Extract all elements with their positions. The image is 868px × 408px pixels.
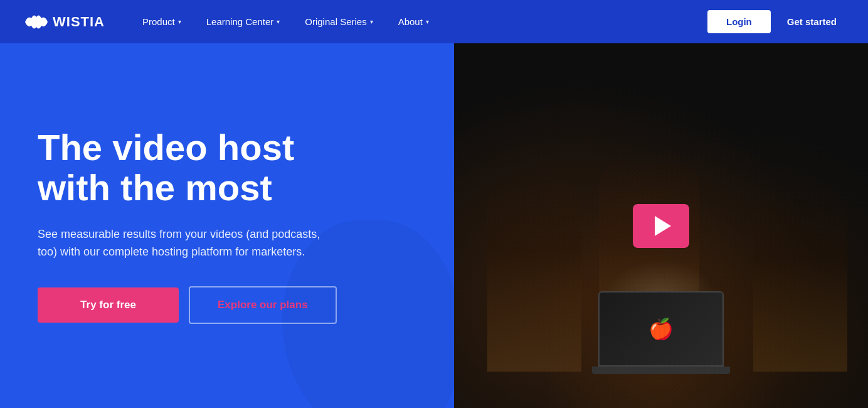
- try-for-free-button[interactable]: Try for free: [38, 287, 179, 323]
- nav-item-about[interactable]: About ▾: [386, 0, 442, 43]
- chevron-down-icon: ▾: [426, 18, 429, 25]
- play-button[interactable]: [633, 204, 689, 248]
- navbar: WISTIA Product ▾ Learning Center ▾ Origi…: [0, 0, 868, 43]
- video-container: 🍎: [454, 43, 868, 408]
- hero-buttons: Try for free Explore our plans: [38, 286, 339, 324]
- explore-plans-button[interactable]: Explore our plans: [189, 286, 337, 324]
- nav-item-learning-center[interactable]: Learning Center ▾: [194, 0, 293, 43]
- hero-content: The video host with the most See measura…: [0, 127, 376, 324]
- chevron-down-icon: ▾: [277, 18, 280, 25]
- get-started-button[interactable]: Get started: [781, 11, 843, 32]
- nav-links: Product ▾ Learning Center ▾ Original Ser…: [130, 0, 707, 43]
- login-button[interactable]: Login: [707, 10, 771, 33]
- wistia-logo-icon: [25, 13, 48, 31]
- play-button-overlay: [633, 204, 689, 248]
- nav-item-product[interactable]: Product ▾: [130, 0, 194, 43]
- nav-item-original-series[interactable]: Original Series ▾: [292, 0, 385, 43]
- hero-title: The video host with the most: [38, 127, 339, 208]
- hero-section: The video host with the most See measura…: [0, 43, 868, 408]
- logo-text: WISTIA: [53, 14, 105, 30]
- chevron-down-icon: ▾: [370, 18, 373, 25]
- play-triangle-icon: [655, 216, 671, 236]
- chevron-down-icon: ▾: [178, 18, 181, 25]
- hero-subtitle: See measurable results from your videos …: [38, 225, 326, 262]
- logo[interactable]: WISTIA: [25, 13, 105, 31]
- nav-actions: Login Get started: [707, 10, 843, 33]
- video-thumbnail[interactable]: 🍎: [454, 43, 868, 408]
